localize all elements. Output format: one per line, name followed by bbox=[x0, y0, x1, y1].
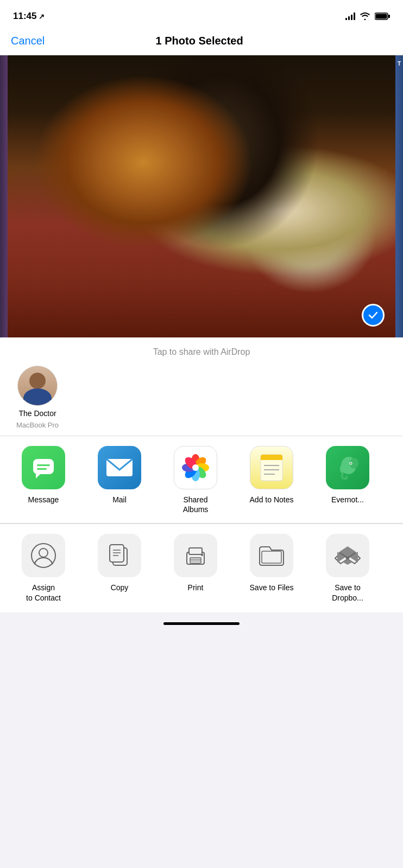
battery-icon bbox=[375, 12, 390, 20]
home-indicator-area bbox=[0, 612, 403, 630]
avatar-image bbox=[18, 366, 57, 405]
airdrop-contacts: The Doctor MacBook Pro bbox=[11, 366, 392, 429]
svg-rect-6 bbox=[37, 468, 47, 470]
actions-scroll: Assignto Contact Copy bbox=[0, 534, 403, 602]
location-icon: ↗ bbox=[39, 12, 45, 21]
app-label-messages: Message bbox=[28, 495, 59, 505]
save-to-files-icon bbox=[250, 534, 293, 577]
svg-marker-4 bbox=[36, 474, 40, 478]
notes-icon bbox=[250, 446, 293, 489]
svg-rect-3 bbox=[33, 459, 54, 474]
action-item-print[interactable]: Print bbox=[158, 534, 234, 602]
apps-row: Message Mail bbox=[0, 436, 403, 524]
svg-rect-41 bbox=[262, 551, 281, 563]
wifi-icon bbox=[360, 12, 370, 20]
nav-title: 1 Photo Selected bbox=[156, 35, 243, 47]
home-bar bbox=[163, 622, 240, 625]
action-item-copy[interactable]: Copy bbox=[81, 534, 158, 602]
action-label-save-to-files: Save to Files bbox=[250, 583, 294, 592]
copy-icon bbox=[98, 534, 141, 577]
dropbox-icon bbox=[326, 534, 369, 577]
time-label: 11:45 bbox=[13, 11, 36, 22]
photo-strip bbox=[0, 55, 403, 337]
photo-side-right bbox=[395, 55, 403, 337]
apps-scroll: Message Mail bbox=[0, 446, 403, 514]
app-label-evernote: Evernot... bbox=[331, 495, 364, 505]
svg-point-40 bbox=[201, 554, 203, 556]
app-label-notes: Add to Notes bbox=[250, 495, 294, 505]
airdrop-contact-item[interactable]: The Doctor MacBook Pro bbox=[16, 366, 59, 429]
svg-rect-5 bbox=[37, 464, 50, 466]
app-item-messages[interactable]: Message bbox=[5, 446, 81, 514]
airdrop-section: Tap to share with AirDrop The Doctor Mac… bbox=[0, 337, 403, 436]
status-bar: 11:45 ↗ bbox=[0, 0, 403, 29]
action-label-copy: Copy bbox=[111, 583, 129, 592]
svg-rect-2 bbox=[376, 14, 387, 19]
photo-main[interactable] bbox=[8, 55, 395, 337]
contact-device: MacBook Pro bbox=[16, 421, 59, 429]
assign-contact-icon bbox=[22, 534, 65, 577]
svg-rect-31 bbox=[110, 545, 124, 562]
action-label-save-to-dropbox: Save toDropbo... bbox=[332, 583, 363, 602]
action-item-save-to-dropbox[interactable]: Save toDropbo... bbox=[310, 534, 386, 602]
print-icon bbox=[174, 534, 217, 577]
actions-row: Assignto Contact Copy bbox=[0, 524, 403, 612]
svg-rect-19 bbox=[261, 458, 282, 460]
svg-rect-37 bbox=[190, 558, 201, 563]
action-item-save-to-files[interactable]: Save to Files bbox=[234, 534, 310, 602]
svg-rect-36 bbox=[189, 548, 202, 554]
cancel-button[interactable]: Cancel bbox=[11, 35, 45, 47]
app-item-shared-albums[interactable]: Shared Albums bbox=[158, 446, 234, 514]
nav-bar: Cancel 1 Photo Selected bbox=[0, 29, 403, 55]
svg-point-28 bbox=[32, 544, 55, 567]
svg-point-29 bbox=[39, 548, 48, 557]
svg-point-16 bbox=[192, 464, 199, 471]
shared-albums-icon bbox=[174, 446, 217, 489]
signal-bars-icon bbox=[345, 12, 355, 20]
photo-selected-badge bbox=[362, 304, 385, 327]
share-sheet: Tap to share with AirDrop The Doctor Mac… bbox=[0, 337, 403, 612]
svg-rect-1 bbox=[388, 15, 390, 18]
app-item-mail[interactable]: Mail bbox=[81, 446, 158, 514]
app-label-shared-albums: Shared Albums bbox=[183, 495, 209, 514]
evernote-icon bbox=[326, 446, 369, 489]
avatar bbox=[17, 366, 58, 406]
photo-side-left bbox=[0, 55, 8, 337]
app-item-notes[interactable]: Add to Notes bbox=[234, 446, 310, 514]
status-time: 11:45 ↗ bbox=[13, 11, 45, 22]
app-label-mail: Mail bbox=[112, 495, 127, 505]
mail-icon bbox=[98, 446, 141, 489]
airdrop-label: Tap to share with AirDrop bbox=[11, 347, 392, 357]
action-label-print: Print bbox=[188, 583, 204, 592]
status-icons bbox=[345, 12, 390, 20]
contact-name: The Doctor bbox=[18, 409, 56, 418]
action-item-assign-to-contact[interactable]: Assignto Contact bbox=[5, 534, 81, 602]
action-label-assign-to-contact: Assignto Contact bbox=[26, 583, 61, 602]
app-item-evernote[interactable]: Evernot... bbox=[310, 446, 386, 514]
svg-point-27 bbox=[350, 463, 351, 464]
messages-icon bbox=[22, 446, 65, 489]
dog-photo bbox=[8, 55, 395, 337]
